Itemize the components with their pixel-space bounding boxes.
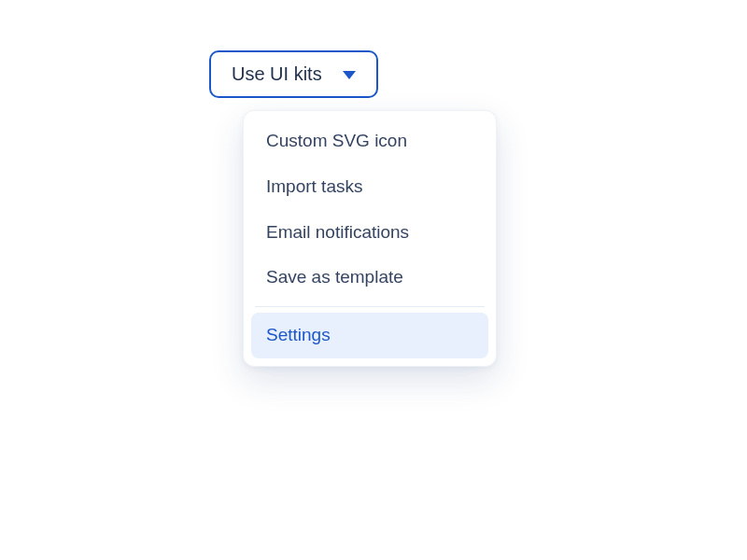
menu-item[interactable]: Import tasks <box>251 164 488 210</box>
dropdown-trigger[interactable]: Use UI kits <box>209 50 378 98</box>
chevron-down-icon <box>343 71 356 79</box>
menu-item[interactable]: Email notifications <box>251 210 488 256</box>
menu-item[interactable]: Custom SVG icon <box>251 119 488 164</box>
menu-item[interactable]: Save as template <box>251 255 488 301</box>
dropdown-trigger-label: Use UI kits <box>232 63 322 85</box>
menu-divider <box>255 306 485 307</box>
dropdown-menu: Custom SVG icon Import tasks Email notif… <box>243 110 497 367</box>
menu-item-settings[interactable]: Settings <box>251 313 488 358</box>
